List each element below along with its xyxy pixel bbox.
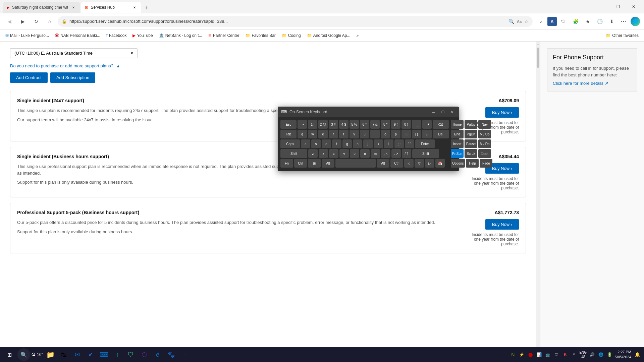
osk-key-rbracket[interactable]: ] } [412, 130, 421, 138]
forward-button[interactable]: ▶ [17, 16, 28, 27]
bookmark-facebook[interactable]: f Facebook [104, 32, 129, 39]
add-contract-button[interactable]: Add Contract [10, 72, 48, 83]
bookmark-nab[interactable]: 🏛 NAB Personal Banki... [52, 32, 103, 39]
osk-key-w[interactable]: w [308, 130, 317, 138]
taskbar-app-shield[interactable]: 🛡 [125, 349, 137, 361]
osk-key-mvdn[interactable]: Mv Dn [478, 139, 491, 148]
services-tab-close[interactable]: ✕ [132, 5, 137, 10]
audio-icon[interactable]: ⚡ [518, 351, 525, 358]
refresh-button[interactable]: ↻ [31, 16, 42, 27]
profile-icon[interactable]: K [547, 17, 557, 26]
tab-youtube[interactable]: ▶ Saturday night dabbing time wit ✕ [3, 2, 80, 13]
osk-key-end[interactable]: End [451, 130, 464, 138]
osk-key-left[interactable]: ◁ [404, 159, 414, 168]
osk-key-rshift[interactable]: Shift [412, 149, 439, 158]
osk-key-down[interactable]: ▽ [415, 159, 424, 168]
osk-key-prtscn[interactable]: PrtScn [451, 149, 464, 158]
taskbar-app-extension[interactable]: ↑ [111, 349, 123, 361]
osk-key-quote[interactable]: ' " [405, 139, 414, 148]
osk-key-h[interactable]: h [353, 139, 362, 148]
osk-key-ralt[interactable]: Alt [377, 159, 389, 168]
bookmark-coding[interactable]: 📁 Coding [279, 32, 304, 39]
back-button[interactable]: ◀ [4, 16, 15, 27]
osk-key-a[interactable]: a [301, 139, 310, 148]
antivirus-icon[interactable]: ⬤ [527, 351, 534, 358]
osk-key-j[interactable]: j [363, 139, 373, 148]
osk-maximize-button[interactable]: ❐ [439, 109, 446, 115]
osk-key-backspace[interactable]: ⌫ [433, 120, 449, 129]
bookmark-favorites-folder[interactable]: 📁 Favorites Bar [243, 32, 278, 39]
taskbar-clock[interactable]: 2:27 PM 5/05/2024 [615, 350, 631, 360]
battery-icon[interactable]: 🔋 [606, 351, 613, 358]
osk-key-lctrl[interactable]: Ctrl [294, 159, 307, 168]
osk-key-del[interactable]: Del [433, 130, 449, 138]
favorites-bar-icon[interactable]: ★ [582, 16, 593, 27]
osk-key-semicolon[interactable]: ; : [394, 139, 404, 148]
weather-widget[interactable]: 🌤 16° [32, 352, 43, 357]
osk-key-options[interactable]: Options [451, 159, 465, 168]
maximize-button[interactable]: ❐ [610, 1, 626, 12]
phone-support-link[interactable]: Click here for more details ↗ [553, 81, 608, 86]
bookmark-more[interactable]: » [354, 32, 362, 39]
osk-key-y[interactable]: y [350, 130, 359, 138]
osk-key-p[interactable]: p [391, 130, 400, 138]
osk-key-s[interactable]: s [311, 139, 321, 148]
scroll-up-button[interactable]: ▲ [536, 42, 540, 47]
klokki-icon[interactable]: K [562, 351, 569, 358]
osk-key-c[interactable]: c [329, 149, 338, 158]
bookmark-netbank[interactable]: 🏦 NetBank - Log on t... [156, 32, 205, 39]
osk-key-scrlk[interactable]: ScrLk [465, 149, 477, 158]
bookmark-mail[interactable]: ✉ Mail - Luke Ferguso... [3, 32, 52, 39]
taskbar-search-button[interactable]: 🔍 [17, 348, 30, 361]
page-scroll-area[interactable]: (UTC+10:00) E. Australia Standard Time ▾… [0, 42, 536, 349]
osk-key-slash[interactable]: / ? [402, 149, 411, 158]
osk-key-right[interactable]: ▷ [425, 159, 434, 168]
taskbar-app-mail[interactable]: ✉ [71, 349, 83, 361]
osk-key-backslash[interactable]: \ | [422, 130, 432, 138]
osk-key-n[interactable]: n [360, 149, 370, 158]
scroll-track[interactable]: ▲ ▼ [536, 42, 540, 362]
bookmark-android[interactable]: 📁 Android Google Ap... [304, 32, 353, 39]
start-button[interactable]: ⊞ [3, 348, 16, 361]
favorites-icon[interactable]: ☆ [524, 19, 529, 24]
plan-1-buy-button[interactable]: Buy Now › [485, 107, 519, 118]
osk-key-u[interactable]: u [360, 130, 369, 138]
taskbar-app-more[interactable]: ··· [178, 349, 191, 361]
plan-3-buy-button[interactable]: Buy Now › [485, 219, 519, 230]
url-bar[interactable]: 🔒 https://support.serviceshub.microsoft.… [58, 16, 533, 27]
osk-key-i[interactable]: i [370, 130, 380, 138]
osk-key-period[interactable]: . > [391, 149, 401, 158]
osk-key-7[interactable]: 7 & [370, 120, 380, 129]
purchase-plans-toggle[interactable]: Do you need to purchase or add more supp… [10, 63, 526, 68]
osk-key-comma[interactable]: , < [381, 149, 390, 158]
language-indicator[interactable]: ENG US [579, 350, 587, 359]
osk-key-lshift[interactable]: Shift [280, 149, 307, 158]
osk-key-help[interactable]: Help [466, 159, 479, 168]
scroll-thumb[interactable] [537, 48, 539, 68]
yt-tab-close[interactable]: ✕ [71, 5, 76, 10]
osk-key-6[interactable]: 6 ^ [360, 120, 369, 129]
osk-key-rctrl[interactable]: Ctrl [390, 159, 403, 168]
osk-key-caps[interactable]: Caps [280, 139, 300, 148]
shield-icon[interactable]: 🛡 [558, 16, 569, 27]
osk-key-home[interactable]: Home [451, 120, 464, 129]
osk-key-win[interactable]: ⊞ [308, 159, 321, 168]
display-icon[interactable]: 📺 [544, 351, 551, 358]
osk-key-lbracket[interactable]: [ { [401, 130, 411, 138]
osk-key-g[interactable]: g [342, 139, 352, 148]
osk-key-mvup[interactable]: Mv Up [478, 130, 491, 138]
tab-services-hub[interactable]: ⊞ Services Hub ✕ [81, 2, 141, 13]
osk-key-insert[interactable]: Insert [451, 139, 464, 148]
osk-key-fn[interactable]: Fn [280, 159, 293, 168]
nvidia-icon[interactable]: N [509, 351, 516, 358]
osk-close-button[interactable]: ✕ [449, 109, 455, 115]
osk-key-fade[interactable]: Fade [480, 159, 492, 168]
osk-key-d[interactable]: d [322, 139, 331, 148]
osk-key-l[interactable]: l [384, 139, 393, 148]
taskbar-app-store[interactable]: 🛍 [58, 349, 70, 361]
taskbar-app-paw[interactable]: 🐾 [165, 349, 177, 361]
osk-key-t[interactable]: t [339, 130, 348, 138]
edge-profile-icon[interactable]: 🌐 [631, 17, 640, 26]
add-subscription-button[interactable]: Add Subscription [50, 72, 95, 83]
osk-key-f[interactable]: f [332, 139, 341, 148]
